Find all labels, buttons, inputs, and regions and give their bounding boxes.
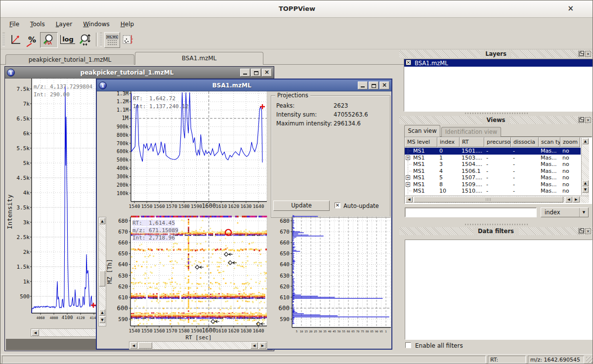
autoupdate-checkbox[interactable]: ✕ bbox=[335, 202, 340, 208]
column-header-ms-level[interactable]: MS level bbox=[405, 137, 437, 147]
column-header-scan-ty[interactable]: scan ty bbox=[539, 137, 560, 147]
layer-item[interactable]: ✕BSA1.mzML bbox=[404, 59, 593, 67]
svg-text:1550: 1550 bbox=[141, 328, 153, 333]
table-cell: Mas... bbox=[539, 188, 560, 194]
table-cell: - bbox=[511, 168, 539, 174]
svg-text:1540: 1540 bbox=[129, 203, 140, 209]
resize-grip[interactable] bbox=[586, 357, 593, 363]
svg-text:1630: 1630 bbox=[240, 203, 252, 209]
expand-icon[interactable]: + bbox=[406, 156, 410, 160]
table-row[interactable]: MS101501....--Mas...no bbox=[405, 148, 581, 155]
expand-icon[interactable]: + bbox=[406, 175, 410, 180]
toolbar-drag-handle-2[interactable] bbox=[100, 33, 102, 46]
table-cell: - bbox=[511, 174, 539, 181]
svg-text:1600: 1600 bbox=[202, 202, 216, 209]
dot-plot-button[interactable] bbox=[121, 32, 135, 47]
table-cell: 1503.... bbox=[460, 155, 484, 161]
minimize-button[interactable] bbox=[240, 69, 250, 77]
peakpicker-titlebar[interactable]: T peakpicker_tutorial_1.mzML × bbox=[5, 67, 274, 79]
svg-text:1640: 1640 bbox=[253, 203, 264, 209]
projections-groupbox: Projections Peaks:2623Intensity sum:4705… bbox=[271, 95, 390, 218]
column-header-precurso[interactable]: precurso bbox=[484, 137, 511, 147]
table-cell: Mas... bbox=[539, 148, 560, 154]
main-titlebar[interactable]: TOPPView × bbox=[0, 0, 593, 18]
scan-table[interactable]: MS levelindexRTprecursodissociascan tyzo… bbox=[404, 137, 592, 204]
expand-icon[interactable]: + bbox=[406, 182, 410, 187]
scan-filter-input[interactable] bbox=[405, 207, 537, 217]
statusbar: RT: m/z: 1642.690545 bbox=[0, 354, 593, 364]
table-row[interactable]: MS131504....--Mas...no bbox=[405, 161, 581, 168]
svg-text:300k: 300k bbox=[117, 174, 128, 179]
zoom-stack-button[interactable] bbox=[79, 32, 92, 47]
menu-item-layer[interactable]: Layer bbox=[51, 20, 77, 29]
layers-panel-title[interactable]: Layers × bbox=[399, 50, 593, 58]
dock-splitter-2[interactable] bbox=[465, 224, 529, 225]
spectrum-overlay-mz: m/z: 4,137.7299804 bbox=[34, 83, 92, 90]
svg-text:1620: 1620 bbox=[228, 328, 239, 333]
main-close-icon[interactable]: × bbox=[567, 5, 574, 12]
column-header-zoom[interactable]: zoom bbox=[560, 137, 580, 147]
layers-close-icon[interactable]: × bbox=[585, 51, 591, 57]
layers-float-icon[interactable] bbox=[578, 51, 584, 57]
sort-by-dropdown[interactable]: index ▼ bbox=[541, 207, 589, 217]
svg-text:640: 640 bbox=[118, 261, 128, 268]
close-button[interactable]: × bbox=[262, 69, 272, 77]
layer-visible-checkbox[interactable]: ✕ bbox=[406, 60, 411, 65]
data-filters-list[interactable] bbox=[405, 240, 593, 340]
column-header-rt[interactable]: RT bbox=[460, 137, 484, 147]
svg-text:680: 680 bbox=[118, 218, 128, 224]
table-cell: 1504.... bbox=[460, 161, 484, 167]
menu-item-windows[interactable]: Windows bbox=[78, 20, 115, 29]
svg-text:90: 90 bbox=[375, 330, 379, 333]
column-header-index[interactable]: index bbox=[437, 137, 460, 147]
menu-item-help[interactable]: Help bbox=[116, 20, 139, 29]
svg-text:700k: 700k bbox=[117, 141, 128, 146]
menu-item-file[interactable]: File bbox=[4, 20, 24, 29]
column-header-dissocia[interactable]: dissocia bbox=[511, 137, 539, 147]
projections-row-label: Intensity sum: bbox=[276, 111, 317, 118]
svg-text:590: 590 bbox=[118, 316, 128, 323]
reset-zoom-axes-button[interactable] bbox=[8, 32, 22, 47]
table-cell: Mas... bbox=[539, 168, 560, 174]
tab-bsa1-mzml[interactable]: BSA1.mzML bbox=[135, 52, 263, 65]
log-intensity-button[interactable]: log bbox=[61, 32, 75, 47]
svg-text:1590: 1590 bbox=[191, 328, 202, 333]
views-float-icon[interactable] bbox=[578, 117, 584, 123]
menu-item-tools[interactable]: Tools bbox=[25, 20, 50, 29]
data-filters-panel-title[interactable]: Data filters × bbox=[399, 227, 593, 235]
table-row[interactable]: MS1101510....--Mas...no bbox=[405, 188, 581, 195]
scan-table-vscrollbar[interactable]: ▲ ▲ ▼ bbox=[581, 138, 589, 195]
tab-peakpicker-tutorial-1-mzml[interactable]: peakpicker_tutorial_1.mzML bbox=[5, 54, 134, 65]
views-close-icon[interactable]: × bbox=[585, 117, 591, 123]
heatmap-vscrollbar[interactable]: ▲ ▲ ▼ bbox=[98, 217, 106, 326]
svg-text:1630: 1630 bbox=[240, 328, 252, 333]
zoom-mode-button[interactable] bbox=[40, 32, 58, 48]
tab-identification-view[interactable]: Identification view bbox=[441, 127, 501, 137]
views-panel-title[interactable]: Views × bbox=[399, 116, 593, 124]
svg-text:600: 600 bbox=[278, 304, 290, 312]
table-cell: 0 bbox=[437, 148, 460, 154]
heatmap-hscrollbar[interactable]: ◀ ◀ ▶ bbox=[129, 341, 267, 350]
svg-text:1610: 1610 bbox=[215, 328, 227, 333]
percentage-intensity-button[interactable]: % bbox=[25, 32, 39, 47]
data-filters-float-icon[interactable] bbox=[578, 228, 584, 234]
table-row[interactable]: +MS111503....--Mas...no bbox=[405, 155, 581, 162]
enable-all-filters-checkbox[interactable] bbox=[405, 342, 411, 348]
maximize-button[interactable] bbox=[251, 69, 261, 77]
data-filters-close-icon[interactable]: × bbox=[585, 228, 591, 234]
table-row[interactable]: +MS151507....--Mas...no bbox=[405, 174, 581, 181]
table-cell: Mas... bbox=[539, 181, 560, 188]
msms-precursor-button[interactable]: MS/MS bbox=[104, 32, 120, 48]
update-button[interactable]: Update bbox=[273, 201, 330, 211]
svg-text:670: 670 bbox=[280, 229, 290, 235]
table-row[interactable]: +MS181509....--Mas...no bbox=[405, 181, 581, 188]
dock-splitter-1[interactable] bbox=[465, 113, 529, 114]
tab-scan-view[interactable]: Scan view bbox=[404, 125, 440, 137]
layers-list[interactable]: ✕BSA1.mzML bbox=[404, 59, 593, 112]
window-bsa[interactable]: T BSA1.mzML × 1.3M1.2M1.1M1M900k800k700k… bbox=[96, 79, 392, 350]
table-cell: 1 bbox=[437, 155, 460, 161]
table-row[interactable]: MS141506.1--Mas...no bbox=[405, 168, 581, 175]
toolbar-drag-handle[interactable] bbox=[2, 33, 5, 46]
scan-table-hscrollbar[interactable]: ◀ ◀ ▶ bbox=[405, 196, 589, 203]
svg-text:1.2M: 1.2M bbox=[117, 99, 128, 104]
